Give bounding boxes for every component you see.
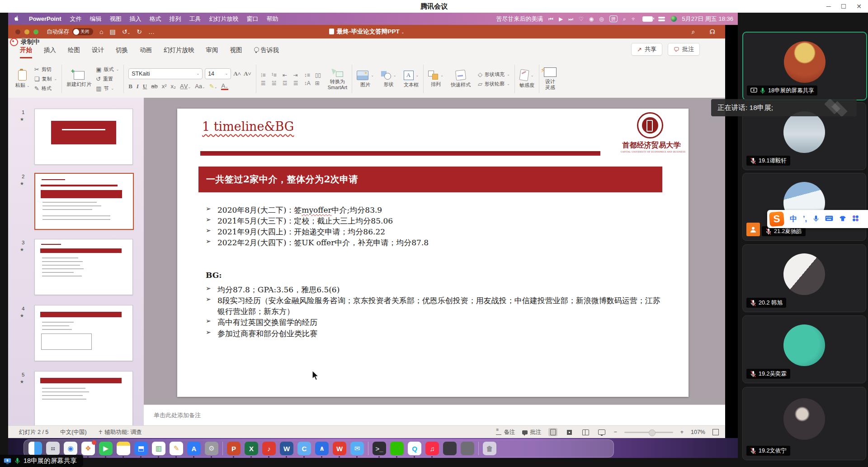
zoom-knob[interactable] [649, 429, 656, 436]
traffic-zoom[interactable] [33, 29, 38, 34]
notes-toggle[interactable]: 备注 [496, 429, 515, 436]
dock-numbers-icon[interactable]: ▥ [152, 442, 165, 455]
play-icon[interactable]: ▶ [559, 16, 563, 22]
section-button[interactable]: ▥节⌄ [96, 85, 119, 92]
convert-smartart-button[interactable]: 转换为 SmartArt [328, 68, 347, 90]
redo-icon[interactable]: ↻ [137, 29, 142, 35]
dock-keynote-icon[interactable]: ⬒ [134, 442, 148, 455]
heart-icon[interactable]: ♡ [579, 16, 584, 22]
comments-button[interactable]: 🗩 批注 [668, 43, 700, 56]
superscript-button[interactable]: x² [162, 83, 167, 90]
apple-menu-icon[interactable] [8, 15, 24, 23]
paste-button[interactable]: 粘贴 ⌄ [15, 70, 30, 88]
slideshow-button[interactable] [597, 428, 606, 436]
sogou-logo-icon[interactable]: S [769, 211, 784, 227]
subscript-button[interactable]: x₂ [171, 83, 176, 90]
line-spacing-button[interactable]: ↕≡ [304, 72, 312, 78]
reset-button[interactable]: ↺重置 [96, 76, 119, 82]
new-slide-button[interactable]: 新建幻灯片 [66, 71, 91, 87]
align-text-button[interactable]: ⊞ [315, 80, 323, 86]
wifi-icon[interactable]: ᯤ [632, 16, 637, 22]
underline-button[interactable]: U [143, 83, 147, 90]
italic-button[interactable]: I [137, 83, 139, 90]
participant-tile-1[interactable]: 18申展的屏幕共享 [742, 32, 867, 100]
more-icon[interactable]: … [148, 29, 155, 35]
thumbnail-card[interactable] [34, 239, 133, 295]
tab-3[interactable]: 设计 [92, 46, 104, 58]
input-method-badge[interactable]: 拼 [609, 15, 618, 22]
traffic-close[interactable] [15, 29, 20, 34]
dock-notes-icon[interactable] [117, 442, 130, 455]
tab-home[interactable]: 开始 [20, 46, 32, 58]
align-left-button[interactable]: ☰ [261, 80, 269, 86]
tab-6[interactable]: 幻灯片放映 [164, 46, 194, 58]
menu-arrange[interactable]: 排列 [165, 15, 185, 23]
participant-tile-3[interactable]: 21.2夏驰皓 [742, 173, 866, 241]
next-track-icon[interactable]: ⏭ [568, 16, 573, 22]
columns-button[interactable]: ▯▯ [315, 72, 323, 78]
insert-picture-button[interactable]: ⌄ 图片 [357, 71, 374, 88]
zoom-in-button[interactable]: + [680, 429, 684, 435]
shape-outline-button[interactable]: ▱形状轮廓⌄ [478, 81, 510, 87]
screen-record-icon[interactable]: ◎ [599, 16, 604, 22]
dock-trash-icon[interactable]: 🗑 [483, 442, 496, 455]
quick-styles-button[interactable]: 快速样式 [451, 70, 471, 88]
language-indicator[interactable]: 中文(中国) [60, 429, 86, 436]
zoom-out-button[interactable]: − [613, 429, 617, 435]
dock-app-dark-2-icon[interactable] [443, 442, 457, 455]
menu-tools[interactable]: 工具 [185, 15, 205, 23]
dock-app-qq-icon[interactable]: Q [408, 442, 421, 455]
strikethrough-button[interactable]: ab [151, 83, 157, 90]
shrink-font-button[interactable]: A˅ [244, 70, 251, 77]
document-title[interactable]: 最终-毕业论文答辩PPT [337, 28, 400, 35]
accessibility-status[interactable]: ☥ 辅助功能: 调查 [99, 429, 142, 436]
tab-4[interactable]: 切换 [116, 46, 128, 58]
copy-button[interactable]: ❏复制⌄ [34, 76, 57, 82]
ime-keyboard-icon[interactable] [825, 215, 833, 223]
dock-system-settings-icon[interactable]: ⚙ [205, 442, 218, 455]
dock-app-dark-1-icon[interactable]: >_ [373, 442, 386, 455]
comments-toggle[interactable]: 批注 [522, 429, 541, 436]
dock-wps-icon[interactable]: W [333, 442, 346, 455]
autosave-toggle[interactable]: 关闭 [72, 28, 93, 35]
char-spacing-button[interactable]: A̲V̲⌄ [180, 83, 191, 90]
insert-textbox-button[interactable]: A⌄ 文本框 [404, 71, 419, 88]
justify-button[interactable]: ☰ [293, 80, 302, 86]
menu-powerpoint[interactable]: PowerPoint [24, 15, 66, 22]
arrange-button[interactable]: ⌄ 排列 [428, 71, 443, 87]
maximize-button[interactable]: ☐ [841, 3, 847, 10]
tab-8[interactable]: 视图 [230, 46, 242, 58]
participant-tile-5[interactable]: 19.2吴奕霖 [742, 315, 866, 383]
menu-view[interactable]: 视图 [106, 15, 126, 23]
prev-track-icon[interactable]: ⏮ [548, 16, 553, 22]
thumbnail-card[interactable] [34, 305, 133, 361]
layout-button[interactable]: ▣版式⌄ [96, 66, 119, 73]
change-case-button[interactable]: Aa⌄ [195, 83, 205, 90]
font-size-select[interactable]: 14⌄ [205, 68, 231, 79]
ime-mic-icon[interactable] [813, 215, 819, 224]
zoom-slider[interactable] [624, 432, 673, 433]
status-app-icon[interactable] [671, 16, 677, 22]
dock-app-blue-icon[interactable]: ∧ [315, 442, 329, 455]
participant-tile-4[interactable]: 20.2 韩旭 [742, 244, 866, 312]
align-right-button[interactable]: ☲ [283, 80, 291, 86]
shape-fill-button[interactable]: ◇形状填充⌄ [478, 71, 510, 78]
dock-launchpad-icon[interactable]: ⠶ [46, 442, 60, 455]
ime-punctuation[interactable]: ’, [803, 215, 807, 223]
share-button[interactable]: ↗ 共享 [631, 43, 662, 56]
dock-app-music-icon[interactable]: ♫ [425, 442, 439, 455]
thumbnail-card[interactable] [34, 173, 134, 230]
dock-app-store-icon[interactable]: A [187, 442, 201, 455]
menu-slideshow[interactable]: 幻灯片放映 [205, 15, 243, 23]
grow-font-button[interactable]: A˄ [233, 70, 241, 77]
numbering-button[interactable]: ¹≡ [272, 72, 280, 78]
tab-5[interactable]: 动画 [140, 46, 152, 58]
dock-app-green-icon[interactable] [390, 442, 404, 455]
highlight-button[interactable]: ✎⌄ [209, 83, 217, 90]
music-app-icon[interactable]: ◉ [589, 16, 594, 22]
insert-shapes-button[interactable]: ⌄ 形状 [381, 71, 396, 87]
thumbnail-card[interactable] [34, 371, 133, 425]
undo-icon[interactable]: ↺⌄ [122, 29, 130, 35]
bold-button[interactable]: B [128, 83, 132, 90]
font-color-button[interactable]: A⌄ [221, 83, 228, 90]
